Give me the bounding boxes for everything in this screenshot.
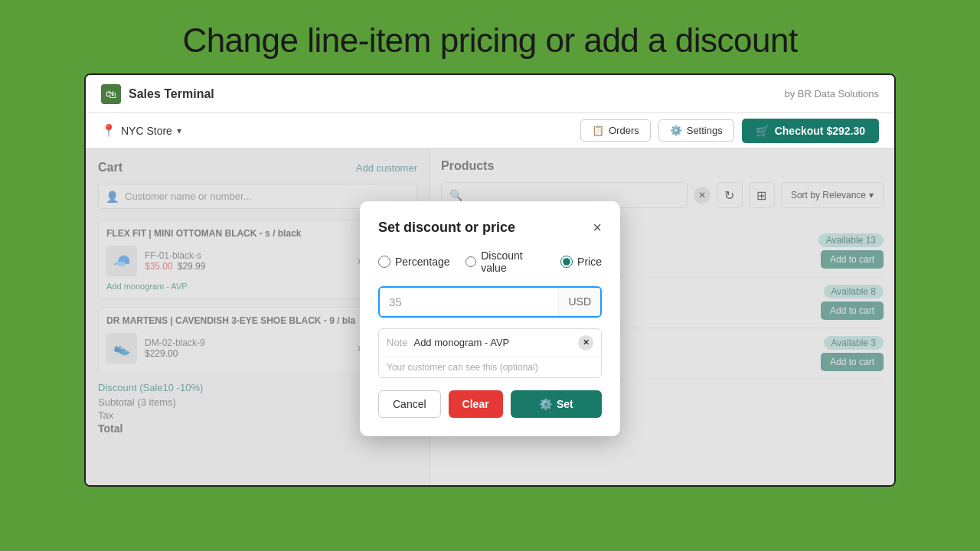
store-name: NYC Store (121, 125, 172, 137)
set-button[interactable]: ⚙️ Set (511, 390, 602, 418)
orders-label: Orders (609, 125, 639, 136)
modal-backdrop: Set discount or price × Percentage Disco… (86, 148, 894, 487)
gear-icon: ⚙️ (670, 125, 682, 136)
app-main: Cart Add customer 👤 FLEX FIT | MINI OTTO… (86, 148, 894, 487)
radio-option-percentage[interactable]: Percentage (378, 249, 450, 274)
radio-discount-label: Discount value (481, 249, 545, 274)
settings-button[interactable]: ⚙️ Settings (658, 119, 734, 142)
radio-price[interactable] (560, 256, 573, 268)
price-suffix: USD (558, 288, 600, 316)
subheader-actions: 📋 Orders ⚙️ Settings 🛒 Checkout $292.30 (580, 119, 879, 143)
modal-actions: Cancel Clear ⚙️ Set (378, 390, 602, 418)
checkout-label: Checkout $292.30 (775, 125, 865, 137)
app-header: 🛍 Sales Terminal by BR Data Solutions (86, 75, 894, 113)
pricing-radio-group: Percentage Discount value Price (378, 249, 602, 274)
store-selector[interactable]: 📍 NYC Store ▾ (101, 123, 181, 138)
app-subheader: 📍 NYC Store ▾ 📋 Orders ⚙️ Settings 🛒 Che… (86, 113, 894, 148)
app-title: Sales Terminal (129, 87, 214, 101)
app-header-left: 🛍 Sales Terminal (101, 84, 214, 104)
app-window: 🛍 Sales Terminal by BR Data Solutions 📍 … (84, 73, 896, 487)
checkout-button[interactable]: 🛒 Checkout $292.30 (742, 119, 879, 143)
modal-header: Set discount or price × (378, 220, 602, 236)
set-discount-modal: Set discount or price × Percentage Disco… (360, 201, 620, 436)
cart-icon: 🛒 (756, 125, 769, 137)
note-hint: Your customer can see this (optional) (379, 357, 601, 377)
radio-option-discount-value[interactable]: Discount value (466, 249, 545, 274)
clear-button[interactable]: Clear (449, 390, 503, 418)
app-logo-icon: 🛍 (101, 84, 121, 104)
app-byline: by BR Data Solutions (784, 88, 879, 99)
radio-percentage-label: Percentage (395, 256, 450, 268)
set-icon: ⚙️ (539, 398, 552, 410)
radio-option-price[interactable]: Price (560, 249, 602, 274)
page-headline: Change line-item pricing or add a discou… (167, 0, 812, 73)
orders-icon: 📋 (592, 125, 604, 136)
modal-title: Set discount or price (378, 220, 515, 236)
chevron-down-icon: ▾ (177, 126, 181, 136)
radio-percentage[interactable] (378, 256, 390, 268)
radio-discount-value[interactable] (466, 256, 477, 268)
orders-button[interactable]: 📋 Orders (580, 119, 651, 142)
radio-price-label: Price (577, 256, 602, 268)
cancel-button[interactable]: Cancel (378, 390, 441, 418)
set-label: Set (557, 398, 573, 410)
note-value: Add monogram - AVP (413, 337, 578, 348)
price-input[interactable] (380, 288, 558, 316)
note-label: Note (387, 337, 407, 348)
location-icon: 📍 (101, 123, 116, 138)
note-wrapper: Note Add monogram - AVP ✕ Your customer … (378, 328, 602, 378)
settings-label: Settings (687, 125, 723, 136)
modal-close-button[interactable]: × (593, 220, 602, 235)
note-inner: Note Add monogram - AVP ✕ (379, 329, 601, 357)
note-clear-button[interactable]: ✕ (578, 335, 593, 350)
price-input-wrapper: USD (378, 286, 602, 318)
